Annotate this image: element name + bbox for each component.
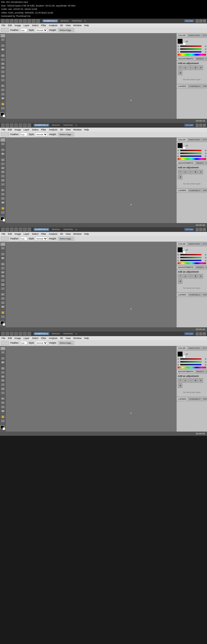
maximize-btn-3[interactable]: □ [199,228,202,231]
tab-styles-1[interactable]: STYLES [201,34,207,37]
painting-btn-4[interactable]: PAINTING [62,332,74,335]
adj-levels-3[interactable]: ▲ [183,274,188,279]
r-track-4[interactable] [180,358,202,360]
fg-color-3[interactable] [1,321,4,325]
b-track-4[interactable] [180,364,202,365]
adj-exposure-4[interactable]: ◐ [193,378,198,383]
menu-help-1[interactable]: Help [84,24,89,27]
feather-input-3[interactable] [20,237,27,240]
tool-brush-2[interactable]: ∕ [1,162,5,166]
tool-dodge-2[interactable]: ○ [1,183,5,186]
menu-edit-2[interactable]: Edit [8,128,12,131]
menu-window-4[interactable]: Window [73,337,82,340]
menu-file-3[interactable]: File [2,233,5,235]
tool-history-1[interactable]: ↺ [1,66,5,70]
menu-3d-4[interactable]: 3D [60,337,63,340]
menu-3d-2[interactable]: 3D [60,128,63,131]
tool-eraser-3[interactable]: □ [1,279,5,282]
close-btn-3[interactable]: × [203,228,206,231]
tool-colors-4[interactable] [1,425,5,429]
channels-tab-3[interactable]: CHANNELS [188,293,202,296]
tool-gradient-3[interactable]: ◫ [1,283,5,286]
menu-image-3[interactable]: Image [14,233,21,235]
bg-color-1[interactable] [3,115,5,117]
adj-vibrance-3[interactable]: ◈ [198,274,203,279]
painting-btn-3[interactable]: PAINTING [62,228,74,231]
tool-brush-4[interactable]: ∕ [1,371,5,374]
adj-curves-4[interactable]: ∿ [188,378,193,383]
tool-selection-2[interactable]: ▭ [1,138,5,142]
menu-analysis-4[interactable]: Analysis [49,337,58,340]
menu-icon-9[interactable] [36,19,40,23]
tool-eyedropper-2[interactable]: ✚ [1,152,5,156]
bg-swatch-1[interactable] [183,42,186,45]
tool-text-3[interactable]: T [1,297,5,300]
masks-tab-2[interactable]: MASKS [195,162,205,164]
adj-tab-2[interactable]: ADJUSTMENTS [177,162,195,164]
adj-curves-1[interactable]: ∿ [188,65,193,70]
menu-view-4[interactable]: View [66,337,71,340]
tool-dodge-4[interactable]: ○ [1,391,5,395]
menu-help-4[interactable]: Help [84,337,89,340]
paths-tab-4[interactable]: PATHS [202,398,207,400]
bg-swatch-2[interactable] [183,147,186,150]
tool-path-4[interactable]: ◇ [1,405,5,409]
bg-color-3[interactable] [3,323,5,326]
menu-icon-4-6[interactable] [23,332,27,336]
menu-icon-3-2[interactable] [5,228,9,231]
menu-layer-2[interactable]: Layer [24,128,29,131]
style-select-3[interactable]: Normal [35,237,48,240]
menu-3d-3[interactable]: 3D [60,233,63,235]
menu-file-1[interactable]: File [2,24,5,27]
minimize-btn-1[interactable]: _ [196,19,199,23]
essentials-btn-2[interactable]: ESSENTIALS [34,124,49,127]
tool-heal-2[interactable]: ◎ [1,158,5,162]
menu-icon-6[interactable] [23,19,27,23]
tool-pen-4[interactable]: ✒ [1,397,5,400]
layers-tab-3[interactable]: LAYERS [177,293,188,296]
menu-select-3[interactable]: Select [32,233,39,235]
masks-tab-4[interactable]: MASKS [195,370,205,373]
style-select-4[interactable]: Normal [35,341,48,345]
design-btn-4[interactable]: DESIGN [51,332,61,335]
menu-icon-2-6[interactable] [23,123,27,127]
adj-levels-4[interactable]: ▲ [183,378,188,383]
color-spectrum-2[interactable] [178,158,206,160]
style-select-1[interactable]: Normal [35,28,48,32]
menu-filter-1[interactable]: Filter [41,24,46,27]
tool-hand-2[interactable]: ✋ [1,206,5,210]
adj-exposure-1[interactable]: ◐ [193,65,198,70]
fg-swatch-4[interactable] [178,351,183,357]
menu-icon-4-5[interactable] [19,332,22,336]
tool-dodge-1[interactable]: ○ [1,78,5,82]
tab-styles-2[interactable]: STYLES [201,138,207,141]
tool-crop-3[interactable]: ⌗ [1,252,5,256]
more-btn-2[interactable]: » [76,124,77,127]
paths-tab-1[interactable]: PATHS [202,85,207,88]
adj-curves-2[interactable]: ∿ [188,170,193,174]
tool-text-2[interactable]: T [1,192,5,196]
maximize-btn-1[interactable]: □ [199,19,202,23]
tool-lasso-1[interactable]: ⌖ [1,38,5,41]
tool-dodge-3[interactable]: ○ [1,287,5,290]
tool-shape-1[interactable]: ■ [1,96,5,100]
menu-layer-1[interactable]: Layer [24,24,29,27]
menu-icon-3-1[interactable] [1,228,5,231]
adj-brightness-1[interactable]: ☀ [178,65,182,70]
r-track-3[interactable] [180,254,202,255]
tool-colors-1[interactable] [1,112,5,116]
cslive-btn-4[interactable]: CS Live [184,332,194,335]
r-track-2[interactable] [180,150,202,151]
menu-icon-4[interactable] [14,19,18,23]
more-btn-4[interactable]: » [76,332,77,335]
adj-curves-3[interactable]: ∿ [188,274,193,279]
menu-view-3[interactable]: View [66,233,71,235]
tool-stamp-2[interactable]: ⊕ [1,166,5,170]
adj-hue-4[interactable]: ◑ [178,383,182,388]
fg-swatch-2[interactable] [178,143,183,148]
color-spectrum-1[interactable] [178,54,206,56]
feather-input-2[interactable] [20,133,27,136]
adj-hue-2[interactable]: ◑ [178,175,182,179]
swap-arrow-1[interactable]: ⇄ [186,40,188,43]
color-spectrum-3[interactable] [178,262,206,264]
